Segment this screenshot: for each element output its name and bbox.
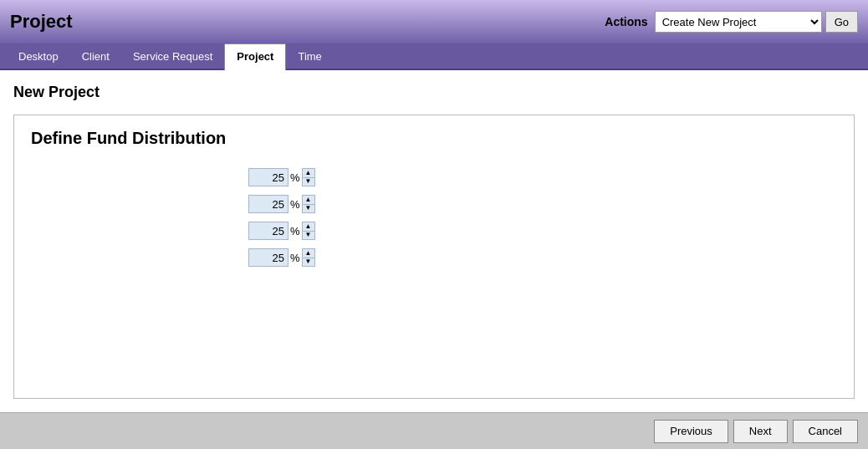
spinner-up-3[interactable]: ▲ [303,222,314,231]
spinner-buttons-4: ▲ ▼ [302,248,315,267]
spinner-unit-2: % [290,198,300,211]
spinner-unit-1: % [290,171,300,184]
sidebar-item-desktop[interactable]: Desktop [7,43,70,69]
spinner-up-4[interactable]: ▲ [303,249,314,258]
cancel-button[interactable]: Cancel [793,420,858,443]
spinner-input-3[interactable] [248,222,288,240]
spinner-input-1[interactable] [248,168,288,186]
spinner-unit-4: % [290,252,300,264]
navbar: Desktop Client Service Request Project T… [0,43,868,70]
sidebar-item-project[interactable]: Project [224,43,286,70]
sidebar-item-service-request[interactable]: Service Request [121,43,224,69]
go-button[interactable]: Go [825,11,858,33]
spinner-down-2[interactable]: ▼ [303,204,314,212]
spinner-row-4: % ▲ ▼ [248,248,315,267]
footer: Previous Next Cancel [0,412,868,449]
sidebar-item-client[interactable]: Client [70,43,121,69]
spinner-buttons-3: ▲ ▼ [302,222,315,240]
spinners-area: % ▲ ▼ % ▲ ▼ [248,168,837,267]
spinner-down-3[interactable]: ▼ [303,231,314,239]
previous-button[interactable]: Previous [654,420,728,443]
card: Define Fund Distribution % ▲ ▼ % ▲ [13,115,855,399]
next-button[interactable]: Next [733,420,788,443]
page-title: New Project [13,84,855,101]
spinner-row-3: % ▲ ▼ [248,222,315,240]
spinner-down-1[interactable]: ▼ [303,177,314,186]
spinner-buttons-2: ▲ ▼ [302,195,315,213]
page-content: New Project Define Fund Distribution % ▲… [0,70,868,399]
spinner-down-4[interactable]: ▼ [303,258,314,266]
spinner-input-2[interactable] [248,195,288,213]
main-wrapper: New Project Define Fund Distribution % ▲… [0,70,868,449]
page-heading: Project [10,11,605,33]
header: Project Actions Create New Project Go [0,0,868,43]
spinner-input-4[interactable] [248,248,288,267]
spinner-row-1: % ▲ ▼ [248,168,315,186]
actions-select[interactable]: Create New Project [655,11,822,33]
spinner-up-1[interactable]: ▲ [303,169,314,177]
card-title: Define Fund Distribution [31,129,837,148]
actions-label: Actions [605,15,647,28]
sidebar-item-time[interactable]: Time [286,43,333,69]
spinner-up-2[interactable]: ▲ [303,196,314,204]
spinner-unit-3: % [290,225,300,237]
spinner-row-2: % ▲ ▼ [248,195,315,213]
spinner-buttons-1: ▲ ▼ [302,168,315,186]
